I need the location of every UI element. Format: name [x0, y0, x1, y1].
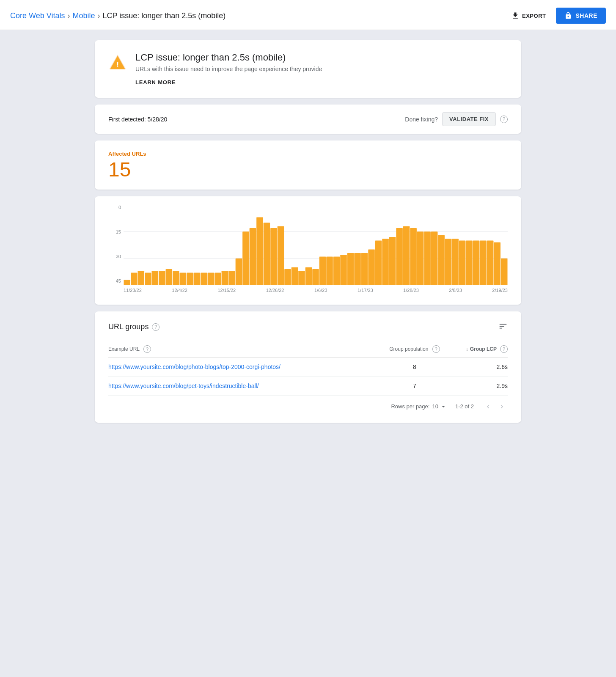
svg-rect-50	[438, 235, 445, 285]
svg-rect-34	[326, 256, 333, 285]
svg-rect-44	[396, 228, 403, 285]
next-page-button[interactable]	[496, 401, 508, 413]
svg-rect-58	[494, 242, 500, 285]
filter-icon[interactable]	[498, 322, 508, 333]
svg-rect-12	[173, 271, 179, 285]
chart-container: 45 30 15 0 11/23/22 12/4/22 12/15/22 12/…	[108, 205, 508, 298]
x-label-4: 12/26/22	[266, 288, 284, 293]
group-population-help[interactable]: ?	[432, 345, 440, 353]
export-button[interactable]: EXPORT	[506, 8, 551, 23]
svg-rect-45	[403, 226, 410, 285]
svg-rect-28	[284, 269, 291, 285]
svg-rect-57	[487, 240, 494, 285]
x-label-1: 11/23/22	[124, 288, 142, 293]
breadcrumb-sep-1: ›	[67, 11, 70, 20]
svg-rect-48	[424, 231, 431, 285]
chart-inner	[124, 205, 508, 285]
affected-count: 15	[108, 159, 508, 181]
table-header: Example URL ? Group population ? ↓ Group…	[108, 341, 508, 358]
x-axis-labels: 11/23/22 12/4/22 12/15/22 12/26/22 1/6/2…	[124, 288, 508, 298]
issue-title: LCP issue: longer than 2.5s (mobile)	[135, 52, 322, 63]
svg-rect-18	[214, 272, 221, 285]
svg-rect-11	[166, 269, 173, 285]
svg-rect-22	[242, 231, 249, 285]
svg-rect-46	[410, 228, 417, 285]
x-label-3: 12/15/22	[217, 288, 236, 293]
chart-card: 45 30 15 0 11/23/22 12/4/22 12/15/22 12/…	[95, 196, 521, 305]
svg-rect-40	[368, 249, 375, 285]
url-groups-card: URL groups ? Example URL ? Group populat…	[95, 311, 521, 423]
svg-rect-6	[131, 272, 138, 285]
sort-down-icon: ↓	[466, 346, 468, 352]
pagination-info: 1-2 of 2	[455, 403, 474, 410]
affected-urls-card: Affected URLs 15	[95, 140, 521, 190]
svg-rect-37	[347, 253, 354, 285]
y-label-30: 30	[108, 254, 121, 259]
x-label-8: 2/8/23	[449, 288, 462, 293]
svg-rect-26	[270, 228, 277, 285]
share-label: SHARE	[575, 12, 597, 19]
example-url-label: Example URL	[108, 346, 140, 352]
table-footer: Rows per page: 10 1-2 of 2	[108, 396, 508, 413]
breadcrumb-section[interactable]: Mobile	[72, 11, 95, 20]
svg-rect-55	[473, 240, 480, 285]
learn-more-button[interactable]: LEARN MORE	[135, 79, 176, 85]
done-fixing-label: Done fixing?	[405, 116, 438, 123]
svg-rect-5	[124, 280, 131, 285]
top-bar: Core Web Vitals › Mobile › LCP issue: lo…	[0, 0, 616, 30]
row2-lcp: 2.9s	[448, 383, 508, 389]
svg-rect-14	[187, 272, 193, 285]
detection-bar: First detected: 5/28/20 Done fixing? VAL…	[95, 105, 521, 134]
y-label-15: 15	[108, 229, 121, 234]
validate-fix-button[interactable]: VALIDATE FIX	[442, 112, 496, 126]
svg-rect-38	[354, 253, 361, 285]
export-label: EXPORT	[522, 13, 546, 19]
url-groups-help-icon[interactable]: ?	[152, 323, 160, 331]
group-lcp-label: Group LCP	[470, 346, 497, 352]
svg-rect-54	[466, 240, 473, 285]
y-label-0: 0	[108, 205, 121, 210]
svg-rect-35	[333, 256, 340, 285]
pagination-nav	[482, 401, 508, 413]
svg-rect-30	[298, 271, 305, 285]
svg-rect-33	[319, 256, 326, 285]
lock-icon	[564, 12, 572, 19]
svg-rect-59	[501, 258, 508, 285]
row1-population: 8	[381, 363, 448, 370]
first-detected-date: 5/28/20	[148, 116, 168, 123]
svg-rect-32	[312, 269, 319, 285]
row1-url[interactable]: https://www.yoursite.com/blog/photo-blog…	[108, 363, 381, 370]
example-url-help[interactable]: ?	[143, 345, 151, 353]
row2-url[interactable]: https://www.yoursite.com/blog/pet-toys/i…	[108, 383, 381, 389]
share-button[interactable]: SHARE	[556, 8, 606, 24]
affected-label: Affected URLs	[108, 151, 508, 157]
breadcrumb-home[interactable]: Core Web Vitals	[10, 11, 65, 20]
first-detected-label: First detected:	[108, 116, 146, 123]
svg-rect-29	[292, 267, 298, 285]
svg-rect-20	[228, 271, 235, 285]
detection-right: Done fixing? VALIDATE FIX ?	[405, 112, 508, 126]
prev-page-button[interactable]	[482, 401, 494, 413]
row1-lcp: 2.6s	[448, 363, 508, 370]
validate-help-icon[interactable]: ?	[500, 116, 508, 123]
svg-rect-51	[445, 239, 452, 285]
url-groups-title: URL groups ?	[108, 322, 160, 331]
bar-chart-svg	[124, 205, 508, 285]
first-detected-text: First detected: 5/28/20	[108, 116, 167, 123]
group-lcp-help[interactable]: ?	[500, 345, 508, 353]
svg-rect-27	[278, 226, 284, 285]
chevron-down-icon	[440, 403, 447, 410]
col-header-population: Group population ?	[381, 345, 448, 353]
issue-info: LCP issue: longer than 2.5s (mobile) URL…	[135, 52, 322, 86]
svg-rect-10	[159, 271, 165, 285]
issue-description: URLs with this issue need to improve the…	[135, 66, 322, 72]
svg-rect-21	[236, 258, 242, 285]
rows-per-page-select[interactable]: 10	[432, 403, 446, 410]
row2-population: 7	[381, 383, 448, 389]
x-label-6: 1/17/23	[358, 288, 373, 293]
y-label-45: 45	[108, 278, 121, 283]
issue-header-card: ! LCP issue: longer than 2.5s (mobile) U…	[95, 40, 521, 98]
table-row: https://www.yoursite.com/blog/photo-blog…	[108, 358, 508, 377]
x-label-7: 1/28/23	[403, 288, 419, 293]
svg-rect-53	[459, 240, 466, 285]
